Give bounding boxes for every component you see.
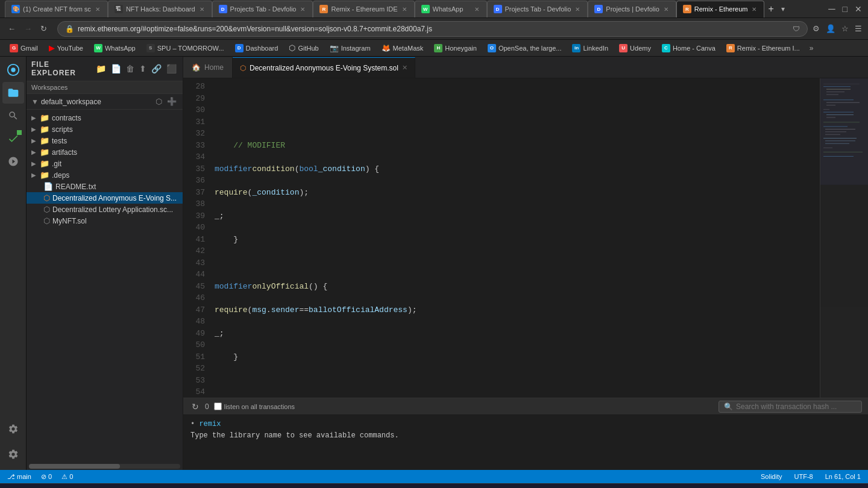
taskbar-app-files[interactable]	[157, 486, 177, 489]
status-language[interactable]: Solidity	[758, 473, 784, 480]
maximize-icon[interactable]: □	[841, 3, 849, 15]
editor-active-tab[interactable]: ⬡ Decentralized Anonymous E-Voing System…	[233, 57, 415, 78]
tab6-close[interactable]: ✕	[574, 5, 581, 13]
tree-item-lottery-sol[interactable]: ⬡ Decentralized Lottery Application.sc..…	[27, 204, 183, 215]
browser-tab-2[interactable]: 🏗 NFT Hacks: Dashboard ✕	[108, 1, 212, 17]
bookmarks-overflow-button[interactable]: »	[806, 43, 817, 54]
editor-tab-close[interactable]: ✕	[402, 64, 407, 72]
taskbar-app-camera[interactable]	[94, 486, 113, 489]
compiler-icon-button[interactable]	[2, 128, 24, 149]
terminal-search-input[interactable]	[736, 402, 857, 411]
code-wrapper[interactable]: 28 29 30 31 32 33 34 35 36 37 38 39 40 4…	[183, 78, 820, 398]
bookmark-metamask[interactable]: 🦊 MetaMask	[377, 43, 429, 54]
address-input[interactable]	[78, 25, 789, 33]
tab1-close[interactable]: ✕	[94, 5, 101, 13]
status-encoding[interactable]: UTF-8	[792, 473, 816, 480]
workspace-add-button[interactable]: ➕	[166, 96, 178, 107]
code-content[interactable]: // MODIFIER modifier condition(bool _con…	[210, 78, 820, 398]
taskbar-app-eth[interactable]	[178, 486, 198, 489]
tree-item-mynft-sol[interactable]: ⬡ MyNFT.sol	[27, 215, 183, 227]
bookmark-linkedin[interactable]: in LinkedIn	[567, 43, 613, 54]
bookmark-remix[interactable]: R Remix - Ethereum I...	[722, 43, 805, 54]
tree-item-readme[interactable]: 📄 README.txt	[27, 181, 183, 192]
sidebar-toggle-icon[interactable]: ☰	[854, 23, 863, 34]
listen-checkbox[interactable]	[214, 402, 222, 410]
workspace-git-button[interactable]: ⬡	[154, 96, 163, 107]
minimap[interactable]	[820, 78, 868, 398]
bookmark-instagram[interactable]: 📷 Instagram	[325, 43, 376, 54]
minimize-icon[interactable]: ─	[827, 2, 836, 16]
tab3-close[interactable]: ✕	[299, 5, 306, 13]
taskbar-app-explorer[interactable]	[52, 486, 71, 489]
taskbar-app-store[interactable]	[73, 486, 92, 489]
taskbar-app-brave[interactable]	[284, 486, 303, 489]
fe-link-button[interactable]: 🔗	[150, 63, 163, 75]
taskbar-app-metamask[interactable]: 🦊	[263, 486, 282, 489]
file-explorer-icon-button[interactable]	[2, 82, 24, 104]
new-tab-button[interactable]: +	[764, 1, 777, 17]
tab7-close[interactable]: ✕	[662, 5, 670, 13]
profile-icon[interactable]: 👤	[825, 23, 837, 34]
browser-tab-4[interactable]: R Remix - Ethereum IDE ✕	[313, 1, 414, 17]
bookmark-dashboard[interactable]: D Dashboard	[230, 43, 283, 54]
bookmark-udemy[interactable]: U Udemy	[614, 43, 656, 54]
bookmark-whatsapp[interactable]: W WhatsApp	[89, 43, 140, 54]
taskbar-app-vscode[interactable]	[242, 486, 261, 489]
fe-new-folder-button[interactable]: 📁	[95, 63, 107, 75]
settings-icon-button[interactable]	[2, 443, 24, 465]
status-branch[interactable]: ⎇ main	[5, 473, 34, 481]
browser-tab-1[interactable]: 🎨 (1) Create NFT from sc ✕	[5, 1, 108, 17]
mynft-sol-label: MyNFT.sol	[52, 217, 178, 225]
bookmark-icon[interactable]: ☆	[840, 23, 850, 34]
editor-home-tab[interactable]: 🏠 Home	[183, 57, 233, 78]
tree-item-artifacts[interactable]: ▶ 📁 artifacts	[27, 146, 183, 158]
deploy-icon-button[interactable]	[2, 151, 24, 172]
tree-item-tests[interactable]: ▶ 📁 tests	[27, 135, 183, 146]
close-icon[interactable]: ✕	[854, 3, 863, 15]
terminal-refresh-button[interactable]: ↻	[189, 401, 201, 413]
taskbar-app-firefox[interactable]	[200, 486, 219, 489]
tab8-close[interactable]: ✕	[750, 5, 758, 13]
fe-upload-button[interactable]: ⬆	[138, 63, 148, 75]
status-errors[interactable]: ⊘ 0	[39, 473, 54, 481]
bookmark-canva[interactable]: C Home - Canva	[657, 43, 720, 54]
browser-tab-5[interactable]: W WhatsApp ✕	[415, 1, 487, 17]
tree-item-voting-sol[interactable]: ⬡ Decentralized Anonymous E-Voing S...	[27, 192, 183, 204]
bookmark-gmail[interactable]: G Gmail	[5, 43, 43, 54]
taskbar-app-media[interactable]	[115, 486, 134, 489]
plugin-manager-icon-button[interactable]	[2, 418, 24, 440]
tab5-close[interactable]: ✕	[473, 5, 480, 13]
tree-item-git[interactable]: ▶ 📁 .git	[27, 158, 183, 169]
browser-tab-3[interactable]: D Projects Tab - Devfolio ✕	[212, 1, 313, 17]
bookmark-honeygain[interactable]: H Honeygain	[429, 43, 482, 54]
taskbar-app-chrome[interactable]	[136, 486, 156, 489]
status-warnings[interactable]: ⚠ 0	[59, 473, 75, 481]
bookmark-github[interactable]: ⬡ GitHub	[284, 42, 323, 54]
remix-logo-button[interactable]	[2, 59, 24, 81]
taskbar-search-button[interactable]	[27, 486, 47, 489]
start-button[interactable]	[4, 486, 24, 489]
search-icon-button[interactable]	[2, 105, 24, 127]
bookmark-spu[interactable]: S SPU – TOMORROW...	[142, 43, 229, 54]
fe-copy-button[interactable]: ⬛	[165, 63, 178, 75]
address-input-wrap[interactable]: 🔒 🛡	[57, 21, 808, 37]
fe-delete-button[interactable]: 🗑	[125, 63, 136, 75]
browser-tab-8[interactable]: R Remix - Ethereum ✕	[676, 1, 765, 17]
bookmark-opensea[interactable]: O OpenSea, the large...	[483, 43, 567, 54]
extensions-icon[interactable]: ⚙	[811, 23, 821, 34]
tree-item-scripts[interactable]: ▶ 📁 scripts	[27, 124, 183, 135]
browser-tab-6[interactable]: D Projects Tab - Devfolio ✕	[487, 1, 588, 17]
taskbar-app-mail[interactable]	[221, 486, 240, 489]
forward-button[interactable]: →	[21, 23, 35, 34]
tab2-close[interactable]: ✕	[198, 5, 206, 13]
back-button[interactable]: ←	[5, 23, 19, 34]
tab4-close[interactable]: ✕	[401, 5, 408, 13]
browser-tab-7[interactable]: D Projects | Devfolio ✕	[588, 1, 676, 17]
bookmark-youtube[interactable]: ▶ YouTube	[44, 42, 88, 54]
reload-button[interactable]: ↻	[37, 23, 50, 34]
tree-item-contracts[interactable]: ▶ 📁 contracts	[27, 112, 183, 124]
file-tree-scrollbar[interactable]	[29, 464, 180, 469]
tree-item-deps[interactable]: ▶ 📁 .deps	[27, 169, 183, 181]
tab-overflow-button[interactable]: ▾	[778, 5, 788, 13]
fe-new-file-button[interactable]: 📄	[110, 63, 122, 75]
